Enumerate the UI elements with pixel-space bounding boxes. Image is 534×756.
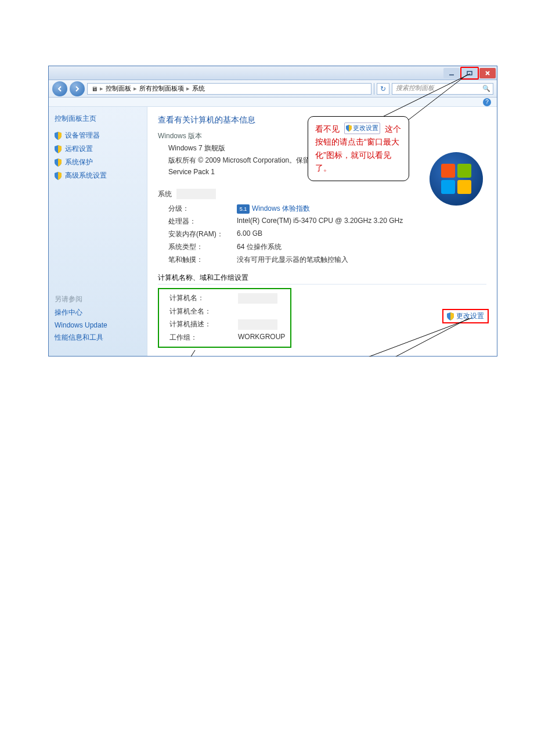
sidebar-item[interactable]: 远程设置 bbox=[55, 144, 141, 154]
change-settings-label: 更改设置 bbox=[456, 311, 484, 321]
search-input[interactable]: 搜索控制面板 🔍 bbox=[392, 83, 493, 95]
value: 5.1Windows 体验指数 bbox=[237, 204, 310, 214]
key: 系统类型： bbox=[168, 242, 237, 252]
redacted-block bbox=[238, 293, 277, 304]
sidebar-item[interactable]: 设备管理器 bbox=[55, 131, 141, 141]
sidebar-label: 系统保护 bbox=[65, 157, 93, 167]
key: 计算机描述： bbox=[169, 319, 238, 330]
sidebar-label: 远程设置 bbox=[65, 144, 93, 154]
inline-change-icon: 更改设置 bbox=[344, 123, 380, 134]
key: 计算机全名： bbox=[169, 307, 238, 316]
key: 工作组： bbox=[169, 333, 238, 343]
back-button[interactable] bbox=[52, 81, 67, 96]
key: 笔和触摸： bbox=[168, 255, 237, 265]
change-settings-link[interactable]: 更改设置 bbox=[442, 309, 489, 323]
key: 分级： bbox=[168, 204, 237, 214]
shield-icon bbox=[55, 172, 62, 180]
address-bar: 🖥▸ 控制面板▸ 所有控制面板项▸ 系统 ↻ 搜索控制面板 🔍 bbox=[49, 80, 497, 98]
svg-rect-1 bbox=[467, 71, 472, 75]
sidebar: 控制面板主页 设备管理器 远程设置 系统保护 高级系统设置 另请参阅 操作中心 … bbox=[49, 107, 147, 356]
refresh-button[interactable]: ↻ bbox=[377, 83, 389, 95]
shield-icon bbox=[447, 312, 454, 321]
value: Intel(R) Core(TM) i5-3470 CPU @ 3.20GHz … bbox=[237, 217, 403, 226]
callout-maximize-hint: 看不见 更改设置 这个按钮的请点击“窗口最大化”图标，就可以看见了。 bbox=[308, 116, 409, 181]
key: 计算机名： bbox=[169, 293, 238, 304]
sidebar-label: 高级系统设置 bbox=[65, 171, 107, 181]
value: WORKGROUP bbox=[238, 333, 285, 343]
see-also: 另请参阅 bbox=[55, 294, 141, 304]
bc-item[interactable]: 系统 bbox=[192, 84, 205, 93]
redacted-block bbox=[176, 189, 216, 199]
search-placeholder: 搜索控制面板 bbox=[396, 84, 434, 91]
titlebar bbox=[49, 66, 497, 80]
sidebar-link[interactable]: 操作中心 bbox=[55, 308, 141, 318]
minimize-button[interactable] bbox=[443, 68, 460, 78]
sidebar-home[interactable]: 控制面板主页 bbox=[55, 114, 141, 124]
sidebar-link[interactable]: Windows Update bbox=[55, 321, 141, 329]
shield-icon bbox=[55, 159, 62, 167]
sidebar-item[interactable]: 系统保护 bbox=[55, 157, 141, 167]
shield-icon bbox=[55, 132, 62, 140]
help-icon[interactable]: ? bbox=[483, 98, 491, 106]
group-title: 计算机名称、域和工作组设置 bbox=[158, 273, 486, 285]
breadcrumbs[interactable]: 🖥▸ 控制面板▸ 所有控制面板项▸ 系统 bbox=[87, 83, 371, 95]
forward-button[interactable] bbox=[70, 81, 85, 96]
bc-item[interactable]: 控制面板 bbox=[106, 84, 131, 93]
value: 没有可用于此显示器的笔或触控输入 bbox=[237, 255, 348, 265]
sidebar-label: 设备管理器 bbox=[65, 131, 100, 141]
rating-badge: 5.1 bbox=[237, 204, 250, 214]
windows-logo-icon bbox=[430, 152, 483, 206]
rating-link[interactable]: Windows 体验指数 bbox=[252, 204, 310, 213]
redacted-block bbox=[238, 319, 277, 330]
sidebar-item[interactable]: 高级系统设置 bbox=[55, 171, 141, 181]
key: 处理器： bbox=[168, 217, 237, 226]
maximize-button[interactable] bbox=[460, 67, 479, 80]
search-icon: 🔍 bbox=[482, 85, 490, 92]
value: 64 位操作系统 bbox=[237, 242, 282, 252]
key: 安装内存(RAM)： bbox=[168, 229, 237, 239]
shield-icon bbox=[55, 145, 62, 153]
bc-item[interactable]: 所有控制面板项 bbox=[139, 84, 184, 93]
sidebar-link[interactable]: 性能信息和工具 bbox=[55, 333, 141, 343]
value: 6.00 GB bbox=[237, 229, 262, 239]
system-window: 🖥▸ 控制面板▸ 所有控制面板项▸ 系统 ↻ 搜索控制面板 🔍 ? 控制面板主页… bbox=[48, 66, 497, 357]
highlight-box-green: 计算机名： 计算机全名： 计算机描述： 工作组：WORKGROUP bbox=[158, 288, 291, 348]
help-bar: ? bbox=[49, 98, 497, 107]
close-button[interactable] bbox=[479, 68, 496, 78]
